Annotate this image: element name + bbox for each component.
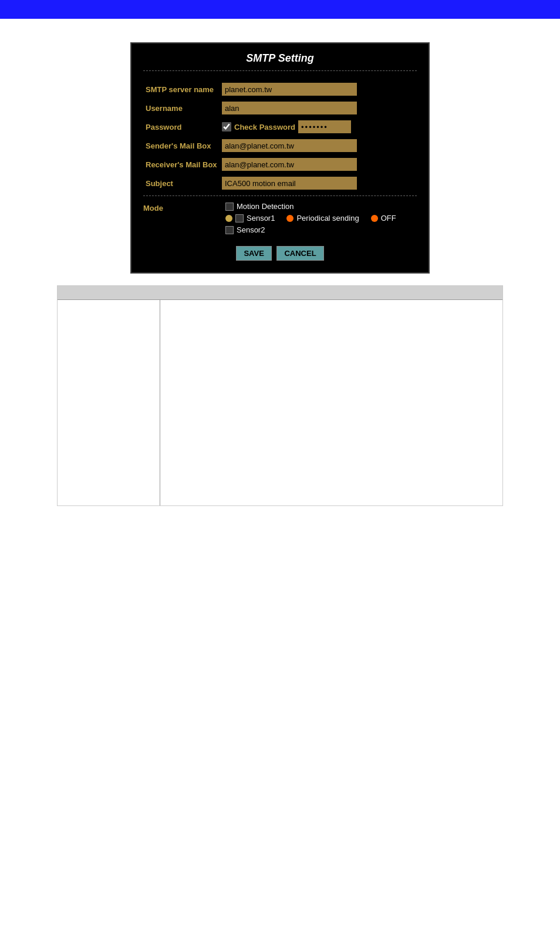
check-password-label: Check Password xyxy=(234,123,295,132)
cancel-button[interactable]: CANCEL xyxy=(276,246,323,261)
off-label: OFF xyxy=(381,214,396,222)
smtp-title: SMTP Setting xyxy=(143,52,417,71)
sensor2-item: Sensor2 xyxy=(225,225,265,234)
motion-detection-item: Motion Detection xyxy=(225,202,294,211)
password-row: Password Check Password xyxy=(143,117,417,136)
subject-input[interactable] xyxy=(222,177,357,190)
motion-detection-label: Motion Detection xyxy=(237,202,294,211)
off-item: OFF xyxy=(371,214,396,222)
receiver-mailbox-row: Receiver's Mail Box xyxy=(143,155,417,174)
bottom-right-panel xyxy=(160,300,502,505)
subject-label: Subject xyxy=(143,174,220,193)
sensor1-label: Sensor1 xyxy=(247,214,275,222)
sensor2-label: Sensor2 xyxy=(237,225,265,234)
receiver-mailbox-input[interactable] xyxy=(222,158,357,171)
mode-label: Mode xyxy=(143,202,220,213)
mode-options: Motion Detection Sensor1 Periodical send… xyxy=(225,202,396,234)
smtp-panel: SMTP Setting SMTP server name Username P… xyxy=(130,42,430,274)
password-controls: Check Password xyxy=(222,120,414,133)
smtp-form-table: SMTP server name Username Password Check… xyxy=(143,80,417,193)
motion-detection-row: Motion Detection xyxy=(225,202,396,211)
bottom-body xyxy=(58,300,502,505)
mode-row: Mode Motion Detection Se xyxy=(143,202,417,234)
sender-mailbox-input[interactable] xyxy=(222,139,357,152)
username-input[interactable] xyxy=(222,102,357,114)
top-bar xyxy=(0,0,560,19)
mode-section: Mode Motion Detection Se xyxy=(143,195,417,234)
motion-detection-checkbox-icon xyxy=(225,203,234,211)
bottom-header xyxy=(58,286,502,300)
sensor1-radio-icon xyxy=(225,215,232,222)
bottom-section xyxy=(57,285,503,506)
smtp-server-label: SMTP server name xyxy=(143,80,220,99)
username-label: Username xyxy=(143,99,220,117)
subject-row: Subject xyxy=(143,174,417,193)
sensor1-checkbox-icon xyxy=(235,214,244,222)
username-row: Username xyxy=(143,99,417,117)
sensor2-row: Sensor2 xyxy=(225,225,396,234)
sensor2-checkbox-icon xyxy=(225,226,234,234)
sender-mailbox-row: Sender's Mail Box xyxy=(143,136,417,155)
off-radio-icon xyxy=(371,215,378,222)
main-content: SMTP Setting SMTP server name Username P… xyxy=(0,31,560,512)
smtp-server-row: SMTP server name xyxy=(143,80,417,99)
smtp-server-input[interactable] xyxy=(222,83,357,96)
periodical-radio-icon xyxy=(286,215,294,222)
sensor1-row: Sensor1 Periodical sending OFF xyxy=(225,214,396,222)
password-label: Password xyxy=(143,117,220,136)
sender-mailbox-label: Sender's Mail Box xyxy=(143,136,220,155)
save-button[interactable]: SAVE xyxy=(236,246,271,261)
bottom-left-panel xyxy=(58,300,160,505)
periodical-label: Periodical sending xyxy=(296,214,359,222)
sensor1-item: Sensor1 xyxy=(225,214,275,222)
button-row: SAVE CANCEL xyxy=(143,246,417,261)
check-password-checkbox[interactable] xyxy=(222,122,231,132)
receiver-mailbox-label: Receiver's Mail Box xyxy=(143,155,220,174)
periodical-item: Periodical sending xyxy=(286,214,359,222)
password-input[interactable] xyxy=(298,120,351,133)
